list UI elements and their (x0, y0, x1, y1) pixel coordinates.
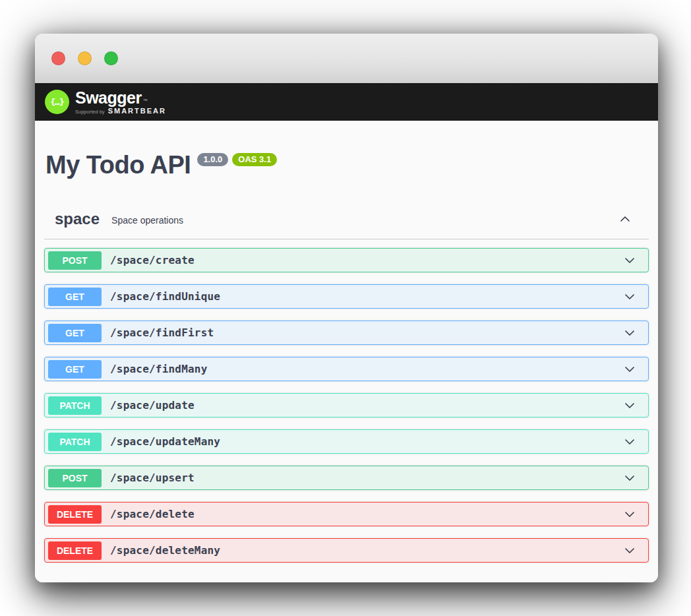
maximize-window-button[interactable] (104, 51, 118, 65)
operation-path: /space/findUnique (110, 290, 220, 303)
method-badge: DELETE (48, 505, 102, 524)
method-badge: GET (48, 360, 102, 379)
browser-window: {…} Swagger ™ Supported by SMARTBEAR My … (35, 34, 658, 582)
traffic-lights (51, 51, 118, 65)
swagger-logo-icon: {…} (45, 90, 69, 114)
operation-path: /space/upsert (110, 472, 195, 484)
operation-row[interactable]: DELETE /space/delete (44, 502, 649, 526)
operation-path: /space/findFirst (110, 326, 214, 339)
operation-path: /space/updateMany (110, 435, 220, 448)
operation-row[interactable]: GET /space/findFirst (44, 321, 649, 345)
operation-path: /space/create (110, 254, 195, 266)
trademark-symbol: ™ (143, 98, 148, 103)
operation-row[interactable]: POST /space/create (44, 248, 649, 272)
method-badge: GET (48, 288, 102, 306)
operation-row[interactable]: GET /space/findMany (44, 357, 649, 381)
api-docs-content: My Todo API 1.0.0 OAS 3.1 space Space op… (35, 121, 658, 582)
method-badge: DELETE (48, 541, 102, 560)
swagger-brand: Swagger ™ Supported by SMARTBEAR (75, 89, 166, 115)
operation-row[interactable]: POST /space/upsert (44, 466, 649, 490)
operations-list: POST /space/create GET /space/findUnique… (44, 248, 649, 563)
chevron-down-icon[interactable] (623, 290, 636, 303)
brand-name: Swagger (75, 89, 142, 106)
chevron-down-icon[interactable] (623, 326, 636, 340)
chevron-down-icon[interactable] (623, 435, 636, 448)
tag-name: space (55, 210, 100, 228)
swagger-topbar: {…} Swagger ™ Supported by SMARTBEAR (35, 83, 658, 121)
api-info: My Todo API 1.0.0 OAS 3.1 (45, 152, 649, 178)
operation-path: /space/deleteMany (110, 544, 220, 557)
operation-path: /space/findMany (110, 363, 208, 375)
operation-row[interactable]: PATCH /space/updateMany (44, 429, 649, 454)
minimize-window-button[interactable] (78, 51, 92, 65)
api-badges: 1.0.0 OAS 3.1 (197, 153, 277, 166)
close-window-button[interactable] (51, 51, 65, 65)
operation-row[interactable]: PATCH /space/update (44, 393, 649, 417)
method-badge: PATCH (48, 433, 102, 451)
operation-path: /space/update (110, 399, 195, 412)
chevron-up-icon[interactable] (618, 212, 632, 226)
smartbear-logo-text: SMARTBEAR (108, 107, 166, 115)
oas-version-badge: OAS 3.1 (232, 153, 277, 166)
version-badge: 1.0.0 (197, 153, 228, 166)
tag-description: Space operations (111, 215, 183, 226)
operation-row[interactable]: GET /space/findUnique (44, 284, 649, 309)
chevron-down-icon[interactable] (623, 544, 636, 557)
operation-row[interactable]: DELETE /space/deleteMany (44, 538, 649, 563)
chevron-down-icon[interactable] (623, 508, 636, 521)
method-badge: GET (48, 324, 102, 342)
chevron-down-icon[interactable] (623, 254, 636, 267)
operation-path: /space/delete (110, 508, 195, 520)
tag-section-header[interactable]: space Space operations (44, 210, 649, 239)
macos-titlebar (35, 34, 658, 83)
chevron-down-icon[interactable] (623, 363, 636, 376)
method-badge: POST (48, 251, 102, 270)
method-badge: POST (48, 469, 102, 487)
chevron-down-icon[interactable] (623, 399, 636, 412)
page-title: My Todo API (45, 152, 191, 178)
supported-by-label: Supported by (75, 109, 105, 115)
method-badge: PATCH (48, 396, 102, 415)
chevron-down-icon[interactable] (623, 472, 636, 485)
